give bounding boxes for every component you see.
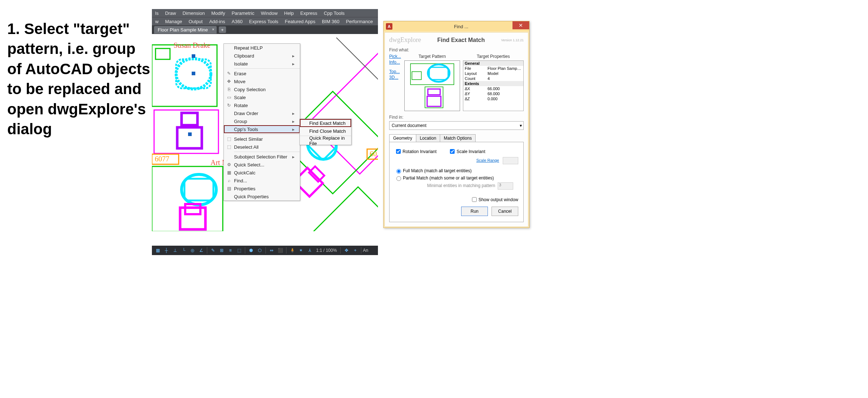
menu-item[interactable]: Parametric	[228, 10, 258, 16]
rotation-invariant-check[interactable]: Rotation Invariant	[395, 148, 437, 155]
status-icon[interactable]: ⬛	[276, 246, 284, 254]
ctx-deselect[interactable]: ⬚Deselect All	[224, 143, 300, 151]
new-tab-button[interactable]: +	[219, 26, 226, 33]
menu-item[interactable]: Draw	[162, 10, 179, 16]
ctx-rotate[interactable]: ↻Rotate	[224, 101, 300, 109]
top-link[interactable]: Top...	[389, 69, 401, 74]
full-match-radio[interactable]: Full Match (match all target entities)	[395, 168, 518, 174]
rotate-icon: ↻	[224, 103, 234, 108]
menu-item[interactable]: Help	[281, 10, 297, 16]
tab-geometry[interactable]: Geometry	[389, 134, 416, 142]
ctx-copy[interactable]: ⎘Copy Selection	[224, 85, 300, 93]
partial-match-radio[interactable]: Partial Match (match some or all target …	[395, 175, 518, 181]
ctx-find[interactable]: ⌕Find...	[224, 177, 300, 185]
ctx-draw-order[interactable]: Draw Order▸	[224, 109, 300, 117]
menu-item[interactable]: Modify	[208, 10, 228, 16]
autocad-window: ls Draw Dimension Modify Parametric Wind…	[152, 9, 378, 255]
status-icon[interactable]: ⬢	[247, 246, 255, 254]
menu-item[interactable]: ls	[152, 10, 162, 16]
ribbon-tab[interactable]: Manage	[162, 19, 185, 24]
scale-range-field[interactable]	[503, 157, 518, 164]
min-entities-field[interactable]: 3	[498, 182, 513, 190]
ribbon-tab[interactable]: Add-ins	[206, 19, 228, 24]
ctx-group[interactable]: Group▸	[224, 117, 300, 125]
status-icon[interactable]: └	[180, 246, 188, 254]
checkbox[interactable]	[472, 197, 477, 202]
sub-find-exact[interactable]: Find Exact Match	[300, 119, 351, 127]
sub-find-close[interactable]: Find Close Match	[300, 127, 351, 135]
tab-match-options[interactable]: Match Options	[440, 134, 476, 142]
checkbox[interactable]	[450, 149, 455, 154]
ribbon-tab[interactable]: Performance	[343, 19, 376, 24]
context-menu[interactable]: Repeat HELP Clipboard▸ Isolate▸ ✎Erase ✥…	[224, 43, 300, 201]
ribbon-tab[interactable]: Express Tools	[246, 19, 282, 24]
pick-link[interactable]: Pick...	[389, 54, 401, 59]
person-label: Susan Drake	[174, 41, 210, 50]
ctx-select-similar[interactable]: ⬚Select Similar	[224, 135, 300, 143]
3d-link[interactable]: 3D...	[389, 75, 401, 80]
prop-key: ΔZ	[463, 96, 486, 101]
scale-range-link[interactable]: Scale Range	[476, 158, 499, 162]
info-link[interactable]: Info...	[389, 60, 401, 65]
cancel-button[interactable]: Cancel	[492, 207, 518, 216]
scale-invariant-check[interactable]: Scale Invariant	[448, 148, 485, 155]
titlebar[interactable]: A Find ... ✕	[384, 21, 529, 31]
ctx-quickselect[interactable]: ⚙Quick Select...	[224, 161, 300, 169]
ctx-erase[interactable]: ✎Erase	[224, 69, 300, 77]
menu-item[interactable]: Express	[297, 10, 320, 16]
context-submenu[interactable]: Find Exact Match Find Close Match Quick …	[299, 119, 352, 145]
ribbon-tab[interactable]: w	[152, 19, 162, 24]
status-icon[interactable]: ⊞	[218, 246, 226, 254]
status-icon[interactable]: ⬚	[235, 246, 243, 254]
ctx-move[interactable]: ✥Move	[224, 77, 300, 85]
tab-location[interactable]: Location	[416, 134, 440, 142]
status-icon[interactable]: ∠	[197, 246, 205, 254]
instruction-text: 1. Select "target" pattern, i.e. group o…	[7, 19, 152, 139]
radio[interactable]	[396, 176, 401, 181]
menu-item[interactable]: Dimension	[179, 10, 208, 16]
ribbon-tab[interactable]: Output	[185, 19, 206, 24]
radio[interactable]	[396, 169, 401, 174]
ribbon-tab[interactable]: Cp	[376, 19, 378, 24]
status-icon[interactable]: +	[351, 246, 359, 254]
status-icon[interactable]: ▦	[154, 246, 162, 254]
ctx-subobject[interactable]: Subobject Selection Filter▸	[224, 153, 300, 161]
close-button[interactable]: ✕	[512, 21, 529, 29]
prop-key: ΔX	[463, 86, 486, 91]
ctx-cpptools[interactable]: Cpp's Tools▸	[224, 125, 300, 133]
status-bar[interactable]: ▦ ┼ ⊥ └ ◎ ∠ ✎ ⊞ ≡ ⬚ ⬢ ⬡ ⇔ ⬛ 🧍 ✶ ⅄ 1:1 / …	[152, 246, 378, 255]
ctx-isolate[interactable]: Isolate▸	[224, 60, 300, 68]
status-icon[interactable]: ⅄	[306, 246, 314, 254]
status-icon[interactable]: ⇔	[268, 246, 276, 254]
status-icon[interactable]: ⊥	[171, 246, 179, 254]
status-icon[interactable]: ≡	[226, 246, 234, 254]
ribbon-tab[interactable]: A360	[228, 19, 246, 24]
status-icon[interactable]: ✶	[297, 246, 305, 254]
ribbon-tabs[interactable]: w Manage Output Add-ins A360 Express Too…	[152, 17, 378, 25]
ctx-quickprops[interactable]: Quick Properties	[224, 192, 300, 200]
ribbon-tab[interactable]: BIM 360	[319, 19, 342, 24]
menu-item[interactable]: Cpp Tools	[320, 10, 348, 16]
status-icon[interactable]: ◎	[188, 246, 196, 254]
ctx-repeat[interactable]: Repeat HELP	[224, 44, 300, 52]
status-icon[interactable]: 🧍	[288, 246, 296, 254]
run-button[interactable]: Run	[461, 207, 488, 216]
menubar[interactable]: ls Draw Dimension Modify Parametric Wind…	[152, 9, 378, 17]
show-output-check[interactable]: Show output window	[471, 196, 518, 203]
ctx-quickcalc[interactable]: ▦QuickCalc	[224, 169, 300, 177]
sub-quick-replace[interactable]: Quick Replace in File	[300, 137, 351, 145]
ctx-properties[interactable]: ▤Properties	[224, 185, 300, 192]
menu-item[interactable]: Window	[258, 10, 281, 16]
close-icon[interactable]: ×	[212, 27, 214, 31]
status-icon[interactable]: ┼	[162, 246, 170, 254]
status-icon[interactable]: ✎	[209, 246, 217, 254]
ctx-scale[interactable]: ▭Scale	[224, 93, 300, 101]
file-tab[interactable]: Floor Plan Sample Mine ×	[154, 26, 217, 34]
ribbon-tab[interactable]: Featured Apps	[282, 19, 319, 24]
zoom-level[interactable]: 1:1 / 100%	[316, 248, 337, 253]
status-icon[interactable]: ✥	[342, 246, 350, 254]
status-icon[interactable]: ⬡	[256, 246, 264, 254]
ctx-clipboard[interactable]: Clipboard▸	[224, 52, 300, 60]
checkbox[interactable]	[396, 149, 401, 154]
find-in-combo[interactable]: Current document ▾	[389, 121, 524, 130]
